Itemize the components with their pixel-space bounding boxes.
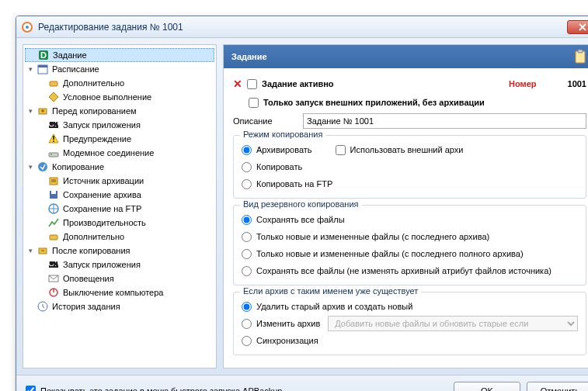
task-active-checkbox[interactable] [247,79,257,89]
tree-item-label: После копирования [52,246,130,255]
window-title: Редактирование задания № 1001 [38,22,567,33]
addon-icon [47,77,60,89]
copy-label[interactable]: Копировать [256,162,302,171]
tree-toggle-icon [37,121,46,130]
tree-item[interactable]: История задания [25,299,214,313]
tree-item-label: Расписание [52,64,99,74]
tree-item[interactable]: Выключение компьютера [25,285,214,299]
backup-type-title: Вид резервного копирования [240,199,362,209]
tree-toggle-icon [37,261,46,269]
tree-item[interactable]: !Предупреждение [25,132,214,146]
modem-icon [47,147,60,159]
footer: Показывать это задание в меню быстрого з… [16,375,588,391]
content-panel: Задание ✕ Задание активно Номер 1001 Тол… [223,44,588,369]
app-icon: C:\ [47,258,60,271]
tree-item-label: Оповещения [63,274,114,283]
external-archive-label[interactable]: Использовать внешний архи [350,145,464,154]
tree-item[interactable]: ▾После копирования [25,244,214,258]
copy-radio[interactable] [242,162,252,172]
tree-item-label: Задание [53,50,87,60]
copy-ftp-radio[interactable] [242,179,252,189]
app-icon: C:\ [47,119,60,131]
show-in-menu-label[interactable]: Показывать это задание в меню быстрого з… [40,386,282,392]
tree-toggle-icon[interactable]: ▾ [26,65,35,74]
tree-toggle-icon[interactable]: ▾ [26,247,35,255]
only-new-full-label[interactable]: Только новые и измененные файлы (с после… [256,249,524,258]
tree-item[interactable]: Дополнительно [25,76,214,90]
tree-toggle-icon [27,51,36,60]
dialog-window: Редактирование задания № 1001 DЗадание▾Р… [16,16,588,391]
svg-point-15 [38,162,47,171]
svg-rect-20 [50,235,57,240]
task-icon: D [37,49,50,61]
external-archive-checkbox[interactable] [336,145,346,155]
tree-item[interactable]: Сохранение архива [25,188,214,202]
copy-ftp-label[interactable]: Копировать на FTP [256,179,332,189]
modify-mode-select[interactable]: Добавить новые файлы и обновить старые е… [328,316,578,331]
tree-toggle-icon [37,79,46,88]
tree-item-label: Дополнительно [63,232,124,241]
nav-tree[interactable]: DЗадание▾РасписаниеДополнительноУсловное… [23,44,217,369]
svg-rect-18 [51,191,56,194]
only-external-checkbox[interactable] [249,98,259,108]
titlebar: Редактирование задания № 1001 [16,16,588,38]
save-all-radio[interactable] [242,215,252,225]
modify-archive-radio[interactable] [242,319,252,329]
warn-icon: ! [47,133,60,145]
tree-item[interactable]: Сохранение на FTP [25,202,214,216]
tree-item[interactable]: DЗадание [25,48,214,62]
only-new-radio[interactable] [242,232,252,242]
ok-button[interactable]: OK [454,382,520,392]
archive-label[interactable]: Архивировать [256,145,312,154]
delete-old-radio[interactable] [242,302,252,312]
copy-mode-group: Режим копирования Архивировать Использов… [233,135,586,199]
only-external-label: Только запуск внешних приложений, без ар… [263,98,485,107]
tree-item[interactable]: Дополнительно [25,230,214,244]
tree-toggle-icon [37,93,46,102]
backup-type-group: Вид резервного копирования Сохранять все… [233,205,586,285]
tree-item[interactable]: C:\Запуск приложения [25,118,214,132]
svg-text:C:\: C:\ [48,258,60,268]
archive-radio[interactable] [242,145,252,155]
history-icon [37,300,49,313]
description-input[interactable] [303,113,586,129]
only-new-label[interactable]: Только новые и измененные файлы (с после… [256,232,489,241]
sync-radio[interactable] [242,336,252,346]
only-new-full-radio[interactable] [242,249,252,259]
tree-item[interactable]: C:\Запуск приложения [25,258,214,272]
tree-item[interactable]: Условное выполнение [25,90,214,104]
if-exists-title: Если архив с таким именем уже существует [240,286,421,296]
tree-toggle-icon[interactable]: ▾ [26,163,35,171]
notify-icon [47,272,60,285]
sync-label[interactable]: Синхронизация [256,336,318,345]
save-all-noattr-radio[interactable] [242,266,252,276]
tree-toggle-icon [37,177,46,185]
tree-item[interactable]: Модемное соединение [25,146,214,160]
modify-archive-label[interactable]: Изменить архив [256,319,320,328]
close-button[interactable] [567,20,588,34]
tree-item[interactable]: Оповещения [25,272,214,285]
tree-item-label: Копирование [52,162,104,171]
tree-item[interactable]: ▾Перед копированием [25,104,214,118]
tree-toggle-icon [37,135,46,144]
svg-point-14 [50,154,52,155]
tree-item[interactable]: ▾Расписание [25,62,214,76]
delete-old-label[interactable]: Удалить старый архив и создать новый [256,302,412,311]
number-label: Номер [509,79,537,88]
tree-toggle-icon [37,233,46,241]
cancel-button[interactable]: Отменить [527,382,588,392]
app-icon [21,21,33,33]
tree-item[interactable]: ▾Копирование [25,160,214,174]
tree-item[interactable]: Источник архивации [25,174,214,188]
svg-rect-6 [50,81,57,86]
tree-toggle-icon[interactable]: ▾ [26,107,35,116]
save-all-noattr-label[interactable]: Сохранять все файлы (не изменять архивны… [256,266,551,275]
tree-item-label: Запуск приложения [63,260,141,269]
tree-toggle-icon [37,205,46,213]
save-all-label[interactable]: Сохранять все файлы [256,215,345,224]
tree-toggle-icon [37,191,46,199]
addon-icon [47,230,60,243]
show-in-menu-checkbox[interactable] [26,386,36,391]
tree-item[interactable]: Производительность [25,216,214,230]
description-label: Описание [233,116,303,126]
